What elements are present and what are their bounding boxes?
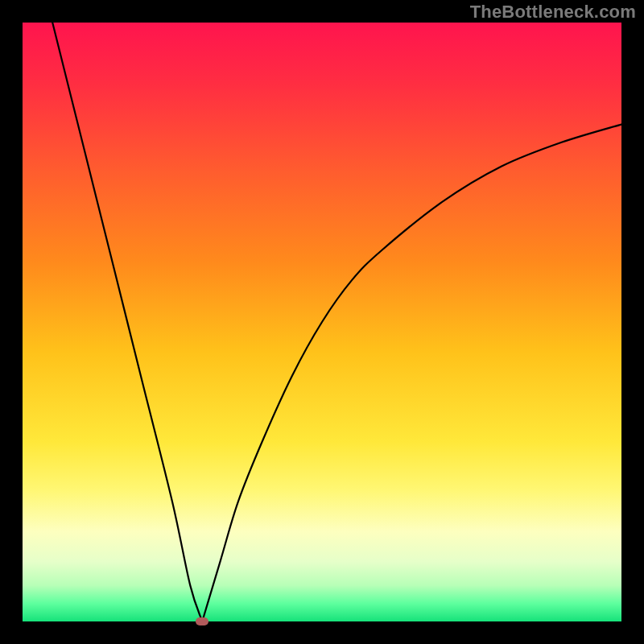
- watermark-text: TheBottleneck.com: [470, 2, 636, 23]
- chart-svg: [23, 23, 621, 621]
- chart-frame: TheBottleneck.com: [0, 0, 644, 644]
- optimal-point-marker: [196, 617, 208, 625]
- plot-area: [23, 23, 621, 621]
